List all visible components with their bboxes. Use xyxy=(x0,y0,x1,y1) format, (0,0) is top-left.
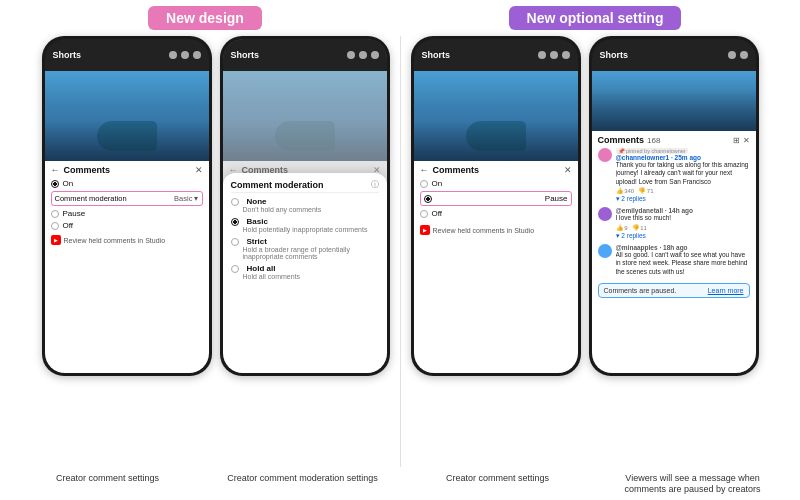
phone-1-icon-3 xyxy=(193,51,201,59)
phone-4-header-icons xyxy=(728,51,748,59)
phone-4-author-1: @channelowner1 · 25m ago xyxy=(616,154,701,161)
phone-4-overlay xyxy=(592,91,756,131)
phone-4-comment-1: 📌 pinned by channelowner @channelowner1 … xyxy=(598,148,750,203)
phone-2-mod-strict-row: Strict xyxy=(231,237,379,246)
phone-4-comment-2: @emilydanetali · 14h ago I love this so … xyxy=(598,207,750,239)
phone-3-review-link: Review held comments in Studio xyxy=(420,225,572,235)
phone-2-dropdown-panel: Comment moderation ⓘ None Don't hold any… xyxy=(223,173,387,373)
phone-4: Shorts Comments 168 xyxy=(589,36,759,376)
phone-2-mod-basic-row: Basic xyxy=(231,217,379,226)
phone-3-back-arrow: ← xyxy=(420,165,429,175)
phone-1-icon-1 xyxy=(169,51,177,59)
phone-3-off-row: Off xyxy=(420,209,572,218)
phone-4-reactions-2: 👍 9 👎 11 xyxy=(616,224,750,231)
phone-4-comment-3: @minaapples · 18h ago All so good. I can… xyxy=(598,244,750,276)
phone-2-none-label: None xyxy=(247,197,267,206)
phone-1-off-radio xyxy=(51,222,59,230)
phone-1-review-link: Review held comments in Studio xyxy=(51,235,203,245)
phone-2-shorts-title: Shorts xyxy=(231,50,260,60)
phone-2-screen: Shorts ← Comments xyxy=(223,39,387,373)
phone-1-shorts-header: Shorts xyxy=(45,39,209,71)
phone-1-shorts-title: Shorts xyxy=(53,50,82,60)
phone-4-comment-3-content: @minaapples · 18h ago All so good. I can… xyxy=(616,244,750,276)
phone-1-back-arrow: ← xyxy=(51,165,60,175)
phone-4-comments-panel: Comments 168 ⊞ ✕ 📌 pinned b xyxy=(592,131,756,373)
phone-4-learn-more[interactable]: Learn more xyxy=(708,287,744,294)
phone-2-basic-label: Basic xyxy=(247,217,268,226)
phone-1-pause-radio xyxy=(51,210,59,218)
phone-4-text-1: Thank you for taking us along for this a… xyxy=(616,161,750,186)
phone-1-off-row: Off xyxy=(51,221,203,230)
phone-3-shorts-header: Shorts xyxy=(414,39,578,71)
caption-3: Creator comment settings xyxy=(415,473,580,496)
phone-2: Shorts ← Comments xyxy=(220,36,390,376)
phone-2-mod-none: None Don't hold any comments xyxy=(231,197,379,213)
phone-4-dislike-1: 👎 71 xyxy=(638,187,653,194)
phone-1-comments-title: Comments xyxy=(64,165,195,175)
new-optional-setting-badge: New optional setting xyxy=(509,6,682,30)
phone-4-icon-1 xyxy=(728,51,736,59)
phone-3-screen: Shorts ← Comments xyxy=(414,39,578,373)
phone-2-mod-info: ⓘ xyxy=(371,179,379,190)
phone-2-basic-desc: Hold potentially inappropriate comments xyxy=(243,226,379,233)
phone-1-close: ✕ xyxy=(195,165,203,175)
phone-3-on-label: On xyxy=(432,179,443,188)
phone-4-dislike-2: 👎 11 xyxy=(632,224,647,231)
phone-2-holdall-radio xyxy=(231,265,239,273)
phone-3-icon-1 xyxy=(538,51,546,59)
phone-3: Shorts ← Comments xyxy=(411,36,581,376)
phone-4-comment-2-content: @emilydanetali · 14h ago I love this so … xyxy=(616,207,750,239)
phone-2-none-radio xyxy=(231,198,239,206)
phones-row: Shorts ← Comments xyxy=(42,36,759,467)
phone-4-icon-2 xyxy=(740,51,748,59)
phone-4-sort-icon: ⊞ xyxy=(733,136,740,145)
phone-2-header-icons xyxy=(347,51,379,59)
captions-row: Creator comment settings Creator comment… xyxy=(10,467,790,500)
phone-3-comments-title: Comments xyxy=(433,165,564,175)
phone-3-shorts-title: Shorts xyxy=(422,50,451,60)
phone-1-review-text: Review held comments in Studio xyxy=(64,237,166,244)
phone-2-mod-title: Comment moderation xyxy=(231,180,324,190)
phone-1: Shorts ← Comments xyxy=(42,36,212,376)
phone-4-replies-1: ▾ 2 replies xyxy=(616,195,750,203)
phone-4-shorts-title: Shorts xyxy=(600,50,629,60)
phone-4-like-1: 👍 340 xyxy=(616,187,635,194)
phone-3-off-radio xyxy=(420,210,428,218)
phone-4-reactions-1: 👍 340 👎 71 xyxy=(616,187,750,194)
phone-4-paused-text: Comments are paused. xyxy=(604,287,677,294)
phone-1-on-radio xyxy=(51,180,59,188)
phone-2-none-desc: Don't hold any comments xyxy=(243,206,379,213)
phone-1-comments-panel: ← Comments ✕ On Comment moderation Basic… xyxy=(45,161,209,373)
phone-3-on-radio xyxy=(420,180,428,188)
phone-2-basic-radio xyxy=(231,218,239,226)
phone-1-header-icons xyxy=(169,51,201,59)
phone-3-comments-panel: ← Comments ✕ On Pause xyxy=(414,161,578,373)
phone-4-author-3: @minaapples · 18h ago xyxy=(616,244,688,251)
phone-3-header-icons xyxy=(538,51,570,59)
phone-4-shorts-header: Shorts xyxy=(592,39,756,71)
top-labels: New design New optional setting xyxy=(10,0,790,30)
new-design-badge: New design xyxy=(148,6,262,30)
phone-3-comments-header: ← Comments ✕ xyxy=(420,165,572,175)
phone-2-mod-basic: Basic Hold potentially inappropriate com… xyxy=(231,217,379,233)
phone-1-pause-row: Pause xyxy=(51,209,203,218)
phone-1-screen: Shorts ← Comments xyxy=(45,39,209,373)
phone-1-on-label: On xyxy=(63,179,74,188)
phone-4-image xyxy=(592,71,756,131)
phone-4-replies-2: ▾ 2 replies xyxy=(616,232,750,240)
phone-4-author-2: @emilydanetali · 14h ago xyxy=(616,207,694,214)
phone-2-strict-desc: Hold a broader range of potentially inap… xyxy=(243,246,379,260)
phone-4-avatar-3 xyxy=(598,244,612,258)
phone-1-pause-label: Pause xyxy=(63,209,86,218)
phone-1-off-label: Off xyxy=(63,221,74,230)
phone-3-on-row: On xyxy=(420,179,572,188)
phone-3-close: ✕ xyxy=(564,165,572,175)
phone-1-image xyxy=(45,71,209,161)
phone-2-strict-label: Strict xyxy=(247,237,267,246)
phone-1-yt-icon xyxy=(51,235,61,245)
phone-4-comments-count: 168 xyxy=(647,136,660,145)
phone-1-overlay xyxy=(45,121,209,161)
phone-3-icon-2 xyxy=(550,51,558,59)
phone-3-pause-box: Pause xyxy=(420,191,572,206)
phone-1-on-row: On xyxy=(51,179,203,188)
